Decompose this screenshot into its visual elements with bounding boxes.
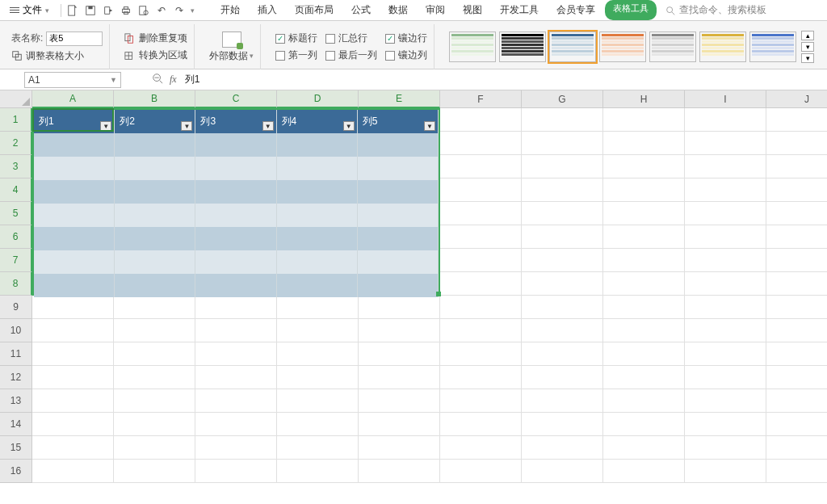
- table-header-3[interactable]: 列3▼: [195, 110, 276, 133]
- table-cell[interactable]: [358, 227, 439, 250]
- cell[interactable]: [522, 366, 603, 389]
- cell[interactable]: [603, 178, 685, 202]
- cell[interactable]: [766, 225, 827, 249]
- table-style-6[interactable]: [749, 32, 796, 62]
- cell[interactable]: [766, 342, 827, 366]
- cell[interactable]: [32, 366, 114, 389]
- cell[interactable]: [440, 460, 522, 483]
- cell[interactable]: [685, 202, 766, 225]
- table-style-2[interactable]: [549, 32, 596, 62]
- row-header-12[interactable]: 12: [0, 366, 32, 389]
- row-header-1[interactable]: 1: [0, 108, 32, 132]
- row-header-5[interactable]: 5: [0, 202, 32, 225]
- row-header-14[interactable]: 14: [0, 413, 32, 436]
- cell[interactable]: [114, 296, 195, 319]
- table-cell[interactable]: [358, 157, 439, 180]
- cell[interactable]: [766, 155, 827, 178]
- cell[interactable]: [766, 132, 827, 155]
- table-cell[interactable]: [34, 133, 115, 157]
- filter-dropdown-icon[interactable]: ▼: [181, 121, 192, 131]
- tab-review[interactable]: 审阅: [418, 0, 453, 20]
- cell[interactable]: [522, 319, 603, 342]
- cell[interactable]: [359, 413, 440, 436]
- filter-dropdown-icon[interactable]: ▼: [100, 121, 111, 131]
- cell[interactable]: [195, 389, 277, 413]
- table-cell[interactable]: [277, 133, 358, 157]
- cell[interactable]: [685, 178, 766, 202]
- external-data-button[interactable]: 外部数据▾: [209, 32, 254, 63]
- cell[interactable]: [766, 366, 827, 389]
- cell[interactable]: [603, 366, 685, 389]
- col-header-F[interactable]: F: [440, 90, 522, 108]
- cell[interactable]: [359, 366, 440, 389]
- table-cell[interactable]: [358, 133, 439, 157]
- table-cell[interactable]: [195, 250, 276, 274]
- col-header-A[interactable]: A: [32, 90, 114, 108]
- col-header-I[interactable]: I: [685, 90, 766, 108]
- row-header-3[interactable]: 3: [0, 155, 32, 178]
- cell[interactable]: [440, 342, 522, 366]
- tab-insert[interactable]: 插入: [250, 0, 285, 20]
- table-cell[interactable]: [115, 274, 195, 297]
- filter-dropdown-icon[interactable]: ▼: [343, 121, 355, 131]
- cell[interactable]: [603, 389, 685, 413]
- table-name-input[interactable]: [46, 32, 103, 46]
- table-style-0[interactable]: [449, 32, 496, 62]
- row-header-15[interactable]: 15: [0, 436, 32, 460]
- cell[interactable]: [522, 342, 603, 366]
- table-cell[interactable]: [34, 180, 115, 204]
- cell[interactable]: [277, 319, 359, 342]
- table-cell[interactable]: [115, 133, 195, 157]
- row-header-9[interactable]: 9: [0, 296, 32, 319]
- cell[interactable]: [359, 296, 440, 319]
- cell[interactable]: [114, 366, 195, 389]
- table-style-3[interactable]: [599, 32, 646, 62]
- cell[interactable]: [277, 413, 359, 436]
- cell[interactable]: [603, 319, 685, 342]
- cell[interactable]: [359, 319, 440, 342]
- cell[interactable]: [440, 225, 522, 249]
- table-cell[interactable]: [195, 133, 276, 157]
- cell[interactable]: [195, 413, 277, 436]
- cell[interactable]: [685, 436, 766, 460]
- cell[interactable]: [277, 342, 359, 366]
- cell[interactable]: [522, 202, 603, 225]
- row-header-7[interactable]: 7: [0, 249, 32, 272]
- table-cell[interactable]: [195, 227, 276, 250]
- cell[interactable]: [440, 436, 522, 460]
- cell[interactable]: [359, 436, 440, 460]
- table-cell[interactable]: [34, 274, 115, 297]
- tab-layout[interactable]: 页面布局: [287, 0, 342, 20]
- cell[interactable]: [603, 460, 685, 483]
- col-header-H[interactable]: H: [603, 90, 685, 108]
- cell[interactable]: [522, 436, 603, 460]
- cell[interactable]: [195, 460, 277, 483]
- table-cell[interactable]: [358, 180, 439, 204]
- table-cell[interactable]: [277, 180, 358, 204]
- col-header-E[interactable]: E: [359, 90, 440, 108]
- cell[interactable]: [522, 249, 603, 272]
- cell[interactable]: [277, 460, 359, 483]
- cell[interactable]: [32, 296, 114, 319]
- table-cell[interactable]: [115, 180, 195, 204]
- table-cell[interactable]: [34, 204, 115, 227]
- cell[interactable]: [195, 319, 277, 342]
- search-box[interactable]: 查找命令、搜索模板: [665, 3, 766, 17]
- convert-range-button[interactable]: 转换为区域: [124, 48, 187, 62]
- col-header-D[interactable]: D: [277, 90, 359, 108]
- cell[interactable]: [766, 178, 827, 202]
- row-header-2[interactable]: 2: [0, 132, 32, 155]
- resize-table-button[interactable]: 调整表格大小: [11, 49, 103, 63]
- cell[interactable]: [277, 366, 359, 389]
- cell[interactable]: [195, 436, 277, 460]
- table-cell[interactable]: [115, 250, 195, 274]
- cell[interactable]: [522, 225, 603, 249]
- cell[interactable]: [522, 132, 603, 155]
- table-style-5[interactable]: [699, 32, 746, 62]
- col-header-B[interactable]: B: [114, 90, 195, 108]
- row-header-6[interactable]: 6: [0, 225, 32, 249]
- cell[interactable]: [603, 132, 685, 155]
- tab-table-tools[interactable]: 表格工具: [605, 0, 657, 20]
- row-header-8[interactable]: 8: [0, 272, 32, 296]
- cell[interactable]: [522, 108, 603, 132]
